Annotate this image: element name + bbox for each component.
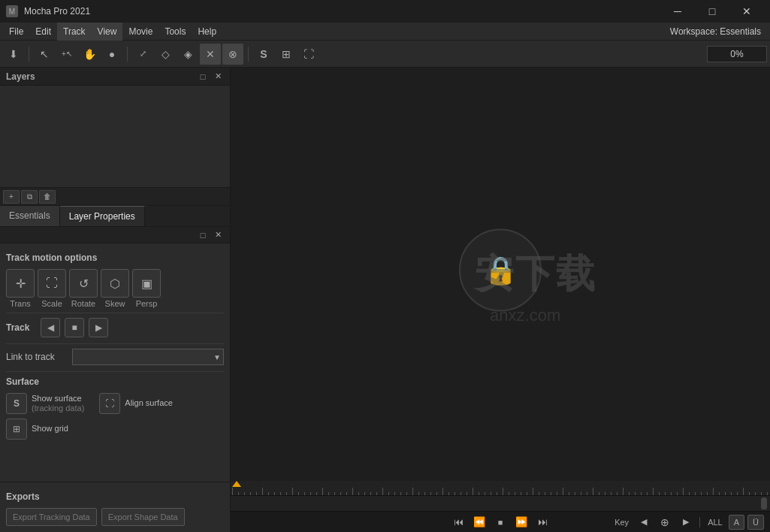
- rotate-icon: ↺: [69, 269, 98, 298]
- svg-rect-47: [515, 492, 515, 495]
- delete-button[interactable]: ✕: [200, 44, 221, 65]
- svg-rect-80: [713, 488, 714, 495]
- svg-rect-14: [316, 492, 317, 495]
- svg-rect-18: [340, 492, 341, 495]
- svg-rect-22: [364, 492, 365, 495]
- minimize-button[interactable]: ─: [660, 0, 695, 23]
- menu-movie[interactable]: Movie: [122, 23, 159, 41]
- step-back-button[interactable]: ⏪: [470, 513, 488, 531]
- transform-button[interactable]: ⤢: [132, 44, 153, 65]
- link-to-track-select[interactable]: [72, 349, 224, 365]
- properties-close-button[interactable]: ✕: [212, 229, 224, 241]
- properties-float-button[interactable]: □: [197, 229, 209, 241]
- tab-layer-properties[interactable]: Layer Properties: [60, 206, 145, 226]
- exports-section: Exports Export Tracking Data Export Shap…: [0, 482, 230, 532]
- tab-essentials[interactable]: Essentials: [0, 206, 60, 226]
- delete-layer-button[interactable]: 🗑: [39, 190, 56, 204]
- layers-close-button[interactable]: ✕: [212, 71, 224, 83]
- add-key-button[interactable]: ⊕: [656, 513, 674, 531]
- export-tracking-data-button[interactable]: Export Tracking Data: [6, 508, 97, 526]
- scale-icon: ⛶: [38, 269, 66, 298]
- import-button[interactable]: ⬇: [3, 44, 24, 65]
- grid-button[interactable]: ⊞: [276, 44, 297, 65]
- track-prev-button[interactable]: ◀: [41, 318, 60, 337]
- tabs-row: Essentials Layer Properties: [0, 206, 230, 227]
- track-motion-title: Track motion options: [6, 252, 224, 263]
- layers-float-button[interactable]: □: [197, 71, 209, 83]
- window-controls: ─ □ ✕: [660, 0, 764, 23]
- export-shape-data-button[interactable]: Export Shape Data: [101, 508, 185, 526]
- close-button[interactable]: ✕: [729, 0, 764, 23]
- rotate-option[interactable]: ↺ Rotate: [69, 269, 98, 308]
- pan-button[interactable]: ✋: [79, 44, 100, 65]
- add-layer-button[interactable]: +: [3, 190, 20, 204]
- draw-ellipse-button[interactable]: ●: [101, 44, 122, 65]
- timeline-scrollbar-thumb[interactable]: [761, 497, 767, 509]
- add-point-button[interactable]: +↖: [56, 44, 77, 65]
- exports-title: Exports: [6, 491, 224, 502]
- show-grid-button[interactable]: ⊞ Show grid: [6, 419, 68, 440]
- next-key-button[interactable]: ▶: [677, 513, 695, 531]
- svg-rect-29: [406, 492, 407, 495]
- perspective-button[interactable]: ⛶: [298, 44, 319, 65]
- surface-title: Surface: [6, 376, 224, 387]
- magnetic-button[interactable]: ◈: [177, 44, 198, 65]
- link-to-track-label: Link to track: [6, 352, 66, 362]
- skew-option[interactable]: ⬡ Skew: [101, 269, 129, 308]
- svg-rect-48: [521, 492, 521, 495]
- svg-rect-88: [761, 492, 762, 495]
- step-fwd-button[interactable]: ⏩: [512, 513, 530, 531]
- menu-file[interactable]: File: [3, 23, 29, 41]
- svg-rect-87: [755, 492, 756, 495]
- u-button[interactable]: Ü: [747, 515, 764, 530]
- prev-key-button[interactable]: ◀: [635, 513, 653, 531]
- menu-help[interactable]: Help: [192, 23, 222, 41]
- title-bar: M Mocha Pro 2021 ─ □ ✕: [0, 0, 770, 23]
- menu-track[interactable]: Track: [57, 23, 92, 41]
- menu-edit[interactable]: Edit: [29, 23, 57, 41]
- svg-rect-69: [647, 492, 648, 495]
- svg-rect-78: [701, 492, 702, 495]
- track-next-button[interactable]: ▶: [89, 318, 108, 337]
- svg-rect-57: [575, 492, 575, 495]
- persp-icon: ▣: [132, 269, 161, 298]
- timeline-tracks: [231, 496, 770, 511]
- align-surface-button[interactable]: ⛶ Align surface: [99, 393, 173, 414]
- stop-button[interactable]: ⊗: [222, 44, 243, 65]
- svg-rect-8: [280, 492, 281, 495]
- surface-row-2: ⊞ Show grid: [6, 419, 224, 440]
- track-stop-button[interactable]: ■: [65, 318, 84, 337]
- svg-rect-82: [725, 492, 726, 495]
- properties-panel: Track motion options ✛ Trans ⛶ Scale ↺ R…: [0, 243, 230, 482]
- show-grid-text: Show grid: [32, 424, 68, 434]
- menu-tools[interactable]: Tools: [159, 23, 192, 41]
- skew-icon: ⬡: [101, 269, 129, 298]
- bezier-button[interactable]: ◇: [155, 44, 176, 65]
- go-end-button[interactable]: ⏭: [533, 513, 551, 531]
- svg-rect-79: [707, 492, 708, 495]
- go-start-button[interactable]: ⏮: [449, 513, 467, 531]
- stop-playback-button[interactable]: ■: [491, 513, 509, 531]
- surface-row-1: S Show surface (tracking data) ⛶ Align s…: [6, 393, 224, 414]
- surface-button[interactable]: S: [253, 44, 274, 65]
- menu-view[interactable]: View: [92, 23, 123, 41]
- svg-rect-5: [262, 488, 263, 495]
- duplicate-layer-button[interactable]: ⧉: [21, 190, 38, 204]
- svg-rect-83: [731, 492, 732, 495]
- svg-rect-20: [352, 488, 353, 495]
- svg-rect-15: [322, 488, 323, 495]
- svg-rect-70: [653, 488, 654, 495]
- restore-button[interactable]: □: [695, 0, 729, 23]
- timeline-svg: [232, 481, 768, 495]
- a-button[interactable]: A: [729, 515, 744, 530]
- show-surface-button[interactable]: S Show surface (tracking data): [6, 393, 84, 414]
- select-button[interactable]: ↖: [34, 44, 55, 65]
- persp-option[interactable]: ▣ Persp: [132, 269, 161, 308]
- svg-rect-65: [623, 488, 624, 495]
- svg-rect-77: [695, 492, 696, 495]
- svg-rect-42: [485, 492, 485, 495]
- svg-rect-81: [719, 492, 720, 495]
- scale-option[interactable]: ⛶ Scale: [38, 269, 66, 308]
- svg-rect-63: [611, 492, 611, 495]
- trans-option[interactable]: ✛ Trans: [6, 269, 35, 308]
